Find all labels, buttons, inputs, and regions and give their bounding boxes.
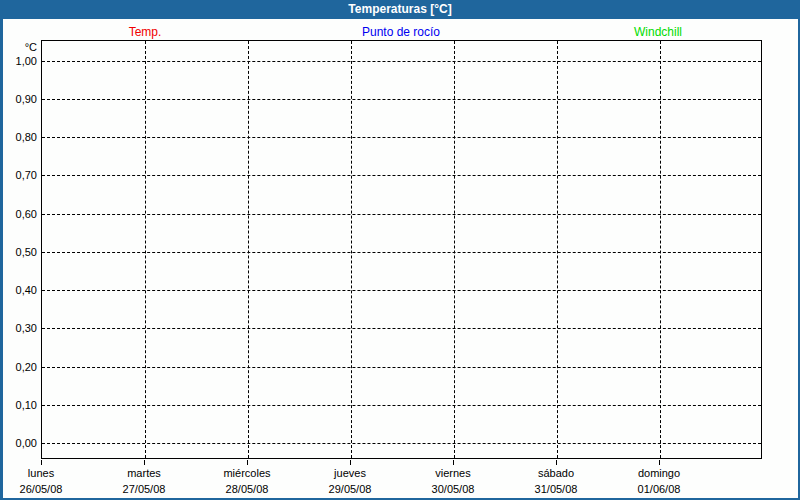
x-tick-label-date: 27/05/08 bbox=[123, 483, 166, 495]
legend-item-temp: Temp. bbox=[129, 25, 162, 39]
x-grid-line bbox=[248, 41, 249, 458]
x-tick-label-day: viernes bbox=[435, 467, 470, 479]
x-tick-label-day: martes bbox=[127, 467, 161, 479]
x-grid-line bbox=[454, 41, 455, 458]
y-grid-line bbox=[42, 328, 761, 329]
y-tick-label: 0,50 bbox=[0, 246, 37, 258]
plot-area bbox=[41, 40, 762, 459]
legend-item-dew-point: Punto de rocío bbox=[362, 25, 440, 39]
x-tick-label-date: 30/05/08 bbox=[432, 483, 475, 495]
y-tick-label: 0,20 bbox=[0, 361, 37, 373]
y-grid-line bbox=[42, 443, 761, 444]
x-tick-label-date: 26/05/08 bbox=[20, 483, 63, 495]
chart-window: Temperaturas [°C] Temp. Punto de rocío W… bbox=[0, 0, 800, 500]
y-tick-label: 0,70 bbox=[0, 169, 37, 181]
y-tick-label: 0,30 bbox=[0, 322, 37, 334]
x-tick-label-day: sábado bbox=[538, 467, 574, 479]
legend-item-windchill: Windchill bbox=[634, 25, 682, 39]
x-tick-label-date: 29/05/08 bbox=[329, 483, 372, 495]
x-tick-label-date: 28/05/08 bbox=[226, 483, 269, 495]
x-tick-label-day: lunes bbox=[28, 467, 54, 479]
y-tick-label: 0,40 bbox=[0, 284, 37, 296]
x-axis-tick bbox=[659, 460, 660, 465]
x-axis-tick bbox=[41, 460, 42, 465]
y-tick-label: 1,00 bbox=[0, 55, 37, 67]
y-grid-line bbox=[42, 290, 761, 291]
x-grid-line bbox=[351, 41, 352, 458]
y-grid-line bbox=[42, 367, 761, 368]
x-tick-label-date: 31/05/08 bbox=[535, 483, 578, 495]
x-tick-label-day: jueves bbox=[334, 467, 366, 479]
y-axis-unit-label: °C bbox=[0, 41, 37, 53]
y-grid-line bbox=[42, 252, 761, 253]
y-tick-label: 0,10 bbox=[0, 399, 37, 411]
x-axis-tick bbox=[247, 460, 248, 465]
x-grid-line bbox=[145, 41, 146, 458]
y-tick-label: 0,60 bbox=[0, 208, 37, 220]
y-tick-label: 0,90 bbox=[0, 93, 37, 105]
x-grid-line bbox=[557, 41, 558, 458]
y-grid-line bbox=[42, 99, 761, 100]
y-grid-line bbox=[42, 405, 761, 406]
window-border-left bbox=[0, 19, 3, 500]
x-axis-tick bbox=[144, 460, 145, 465]
y-grid-line bbox=[42, 175, 761, 176]
x-axis-tick bbox=[453, 460, 454, 465]
y-grid-line bbox=[42, 214, 761, 215]
x-axis-tick bbox=[350, 460, 351, 465]
x-tick-label-day: miércoles bbox=[223, 467, 270, 479]
y-tick-label: 0,80 bbox=[0, 131, 37, 143]
x-tick-label-date: 01/06/08 bbox=[638, 483, 681, 495]
x-axis-tick bbox=[556, 460, 557, 465]
y-grid-line bbox=[42, 61, 761, 62]
y-grid-line bbox=[42, 137, 761, 138]
chart-title-bar: Temperaturas [°C] bbox=[0, 0, 800, 19]
x-tick-label-day: domingo bbox=[638, 467, 680, 479]
x-grid-line bbox=[660, 41, 661, 458]
y-tick-label: 0,00 bbox=[0, 437, 37, 449]
